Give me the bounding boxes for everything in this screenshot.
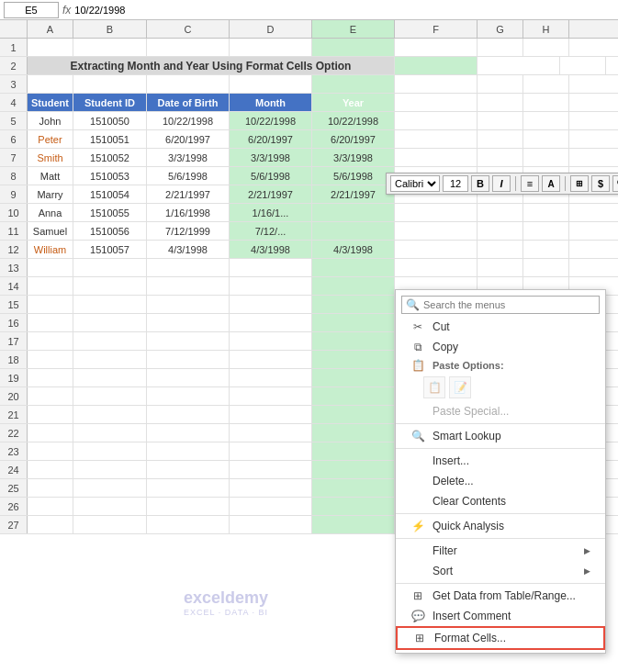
- fx-label: fx: [62, 4, 71, 17]
- context-menu-insert[interactable]: Insert...: [396, 451, 605, 471]
- cut-icon: ✂: [410, 320, 425, 333]
- table-row: 1: [0, 39, 618, 57]
- ctx-separator: [396, 538, 605, 539]
- table-row[interactable]: 5 John 1510050 10/22/1998 10/22/1998 10/…: [0, 112, 618, 130]
- font-selector[interactable]: Calibri: [390, 175, 440, 192]
- context-menu-smart-lookup[interactable]: 🔍 Smart Lookup: [396, 426, 605, 446]
- context-menu-copy[interactable]: ⧉ Copy: [396, 337, 605, 357]
- table-row[interactable]: 11 Samuel 1510056 7/12/1999 7/12/...: [0, 222, 618, 241]
- context-menu-quick-analysis[interactable]: ⚡ Quick Analysis: [396, 516, 605, 536]
- ctx-separator: [396, 583, 605, 584]
- context-menu-insert-comment[interactable]: 💬 Insert Comment: [396, 606, 605, 626]
- row-num: 11: [0, 222, 28, 240]
- col-header-f[interactable]: F: [395, 20, 478, 38]
- row-num: 7: [0, 149, 28, 166]
- column-headers: A B C D E F G H: [0, 20, 618, 39]
- col-header-c[interactable]: C: [147, 20, 230, 38]
- context-menu-format-cells[interactable]: ⊞ Format Cells...: [396, 626, 605, 650]
- align-button[interactable]: ≡: [521, 175, 539, 192]
- table-row[interactable]: 7 Smith 1510052 3/3/1998 3/3/1998 3/3/19…: [0, 149, 618, 167]
- paste-icon-2[interactable]: 📝: [449, 376, 471, 398]
- row-num: 6: [0, 130, 28, 148]
- dollar-button[interactable]: $: [591, 175, 610, 192]
- toolbar-separator: [515, 176, 516, 191]
- row-num: 9: [0, 185, 28, 203]
- context-menu: 🔍 ✂ Cut ⧉ Copy 📋 Paste Options: 📋 📝 Past…: [395, 289, 606, 654]
- row-num: 12: [0, 241, 28, 258]
- ctx-separator: [396, 448, 605, 449]
- ctx-separator: [396, 513, 605, 514]
- border-button[interactable]: ⊞: [570, 175, 589, 192]
- watermark: exceldemy EXCEL · DATA · BI: [184, 588, 268, 617]
- row-num: 10: [0, 204, 28, 221]
- row-num: 5: [0, 112, 28, 129]
- table-row[interactable]: 12 William 1510057 4/3/1998 4/3/1998 4/3…: [0, 241, 618, 259]
- col-header-b[interactable]: B: [73, 20, 147, 38]
- paste-options-row: 📋 📝: [396, 374, 605, 401]
- formula-input[interactable]: [74, 2, 614, 18]
- context-menu-get-data[interactable]: ⊞ Get Data from Table/Range...: [396, 586, 605, 606]
- context-menu-search[interactable]: 🔍: [401, 296, 600, 314]
- font-size-input[interactable]: [443, 175, 468, 192]
- col-header-g[interactable]: G: [478, 20, 523, 38]
- highlight-button[interactable]: A: [542, 175, 560, 192]
- mini-toolbar: Calibri B I ≡ A ⊞ $ % , ←0 0→: [386, 173, 618, 195]
- quick-analysis-icon: ⚡: [410, 520, 425, 532]
- percent-button[interactable]: %: [612, 175, 618, 192]
- table-row[interactable]: 10 Anna 1510055 1/16/1998 1/16/1...: [0, 204, 618, 222]
- context-menu-cut[interactable]: ✂ Cut: [396, 317, 605, 337]
- context-menu-filter[interactable]: Filter: [396, 541, 605, 561]
- smart-lookup-icon: 🔍: [410, 430, 425, 442]
- row-num: 2: [0, 57, 28, 74]
- spreadsheet: E5 fx A B C D E F G H 1 2 Extract: [0, 0, 618, 672]
- col-header-h[interactable]: H: [523, 20, 569, 38]
- context-menu-sort[interactable]: Sort: [396, 561, 605, 581]
- table-row: 3: [0, 75, 618, 94]
- paste-icon-1[interactable]: 📋: [423, 376, 445, 398]
- col-header-rownum: [0, 20, 28, 38]
- table-row[interactable]: 6 Peter 1510051 6/20/1997 6/20/1997 6/20…: [0, 130, 618, 149]
- row-num: 4: [0, 94, 28, 111]
- table-icon: ⊞: [410, 589, 425, 602]
- bold-button[interactable]: B: [471, 175, 489, 192]
- search-icon: 🔍: [406, 298, 420, 311]
- row-num: 8: [0, 167, 28, 185]
- context-menu-clear-contents[interactable]: Clear Contents: [396, 491, 605, 511]
- copy-icon: ⧉: [410, 341, 425, 353]
- col-header-d[interactable]: D: [230, 20, 312, 38]
- context-menu-search-input[interactable]: [423, 299, 595, 310]
- formula-bar: E5 fx: [0, 0, 618, 20]
- table-row: 2 Extracting Month and Year Using Format…: [0, 57, 618, 75]
- row-num: 3: [0, 75, 28, 93]
- name-box[interactable]: E5: [4, 2, 59, 18]
- col-header-e[interactable]: E: [312, 20, 395, 38]
- col-header-a[interactable]: A: [28, 20, 73, 38]
- table-row: 4 Student Student ID Date of Birth Month…: [0, 94, 618, 112]
- ctx-separator: [396, 423, 605, 424]
- row-num: 1: [0, 39, 28, 56]
- context-menu-delete[interactable]: Delete...: [396, 471, 605, 491]
- italic-button[interactable]: I: [492, 175, 511, 192]
- context-menu-paste-special[interactable]: Paste Special...: [396, 401, 605, 421]
- paste-options-icon: 📋: [410, 359, 425, 372]
- table-row: 13: [0, 259, 618, 277]
- toolbar-separator: [565, 176, 566, 191]
- context-menu-paste-options-label: 📋 Paste Options:: [396, 357, 605, 374]
- comment-icon: 💬: [410, 610, 425, 622]
- format-cells-icon: ⊞: [412, 632, 427, 644]
